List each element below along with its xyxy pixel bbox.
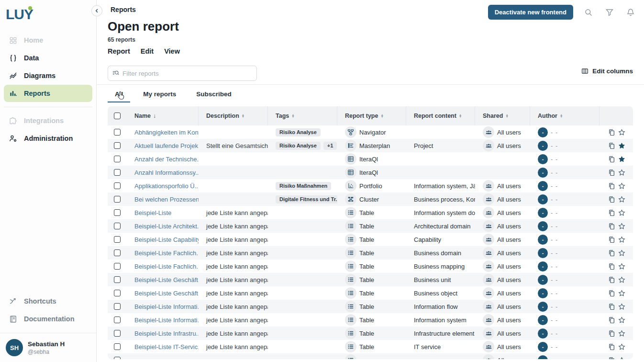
select-all-checkbox[interactable] [114,113,121,119]
search-icon[interactable] [583,7,594,18]
favorite-star-icon[interactable] [618,223,625,230]
sidebar-item-diagrams[interactable]: Diagrams [4,67,92,84]
row-checkbox[interactable] [114,236,121,243]
report-name-link[interactable]: Beispiel-Liste Fachlich... [134,249,199,257]
report-name-link[interactable]: Beispiel-Liste Geschäft... [134,276,199,283]
duplicate-report-icon[interactable] [608,357,615,360]
row-checkbox[interactable] [114,249,121,256]
favorite-star-icon[interactable] [618,343,625,351]
duplicate-report-icon[interactable] [608,156,615,163]
favorite-star-icon[interactable] [618,249,625,257]
report-name-link[interactable]: Beispiel-Liste Geschäft... [134,290,199,297]
duplicate-report-icon[interactable] [608,182,615,190]
favorite-star-icon[interactable] [618,236,625,243]
table-row[interactable]: Beispiel-Liste IT-Servic... jede Liste k… [108,340,633,353]
row-checkbox[interactable] [114,290,121,296]
column-header-report-type[interactable]: Report type ▲▼ [337,106,406,125]
table-row[interactable]: Anzahl Informationssy... IteraQl - - - [108,166,633,179]
row-checkbox[interactable] [114,182,121,189]
favorite-star-icon[interactable] [618,276,625,283]
duplicate-report-icon[interactable] [608,317,615,324]
sidebar-item-data[interactable]: Data [4,49,92,67]
report-name-link[interactable]: Bei welchen Prozessen... [134,196,199,203]
duplicate-report-icon[interactable] [608,129,615,136]
table-row[interactable]: Beispiel-Liste Informati... jede Liste k… [108,313,633,327]
favorite-star-icon[interactable] [618,330,625,337]
duplicate-report-icon[interactable] [608,263,615,270]
table-row[interactable]: Beispiel-Liste Geschäft... jede Liste ka… [108,273,633,286]
duplicate-report-icon[interactable] [608,236,615,243]
edit-columns-button[interactable]: Edit columns [581,68,633,75]
column-header-description[interactable]: Description ▲▼ [199,106,268,125]
table-row[interactable]: Beispiel-Liste Fachlich... jede Liste ka… [108,246,633,260]
report-name-link[interactable]: Beispiel-Liste Infrastru... [134,330,199,337]
favorite-star-icon[interactable] [618,317,625,324]
sidebar-item-shortcuts[interactable]: Shortcuts [4,293,92,310]
row-checkbox[interactable] [114,276,121,283]
table-row[interactable]: Beispiel-Liste Capability jede Liste kan… [108,233,633,246]
duplicate-report-icon[interactable] [608,249,615,257]
favorite-star-icon[interactable] [618,209,625,216]
duplicate-report-icon[interactable] [608,330,615,337]
favorite-star-icon[interactable] [618,129,625,136]
favorite-star-icon[interactable] [618,303,625,310]
row-checkbox[interactable] [114,263,121,270]
duplicate-report-icon[interactable] [608,169,615,176]
duplicate-report-icon[interactable] [608,343,615,351]
row-checkbox[interactable] [114,196,121,203]
filter-reports-input[interactable] [122,70,253,77]
sidebar-item-documentation[interactable]: Documentation [4,310,92,328]
deactivate-new-frontend-button[interactable]: Deactivate new frontend [488,5,573,20]
tab-my-reports[interactable]: My reports [136,88,183,102]
favorite-star-icon[interactable] [618,196,625,203]
tab-all[interactable]: All [108,88,130,102]
column-header-shared[interactable]: Shared ▲▼ [475,106,530,125]
column-header-author[interactable]: Author ▲▼ [530,106,600,125]
menu-report[interactable]: Report [108,47,130,55]
row-checkbox[interactable] [114,209,121,216]
favorite-star-icon[interactable] [618,169,625,176]
column-header-report-content[interactable]: Report content ▲▼ [406,106,475,125]
row-checkbox[interactable] [114,156,121,162]
report-name-link[interactable]: Applikationsporfolio Ü... [134,182,199,190]
row-checkbox[interactable] [114,129,121,136]
duplicate-report-icon[interactable] [608,142,615,149]
row-checkbox[interactable] [114,142,121,149]
table-row[interactable]: Abhängigkeiten im Kon... Risiko Analyse … [108,125,633,139]
report-name-link[interactable]: Beispiel-Liste Fachlich... [134,263,199,270]
column-header-name[interactable]: Name ↓ [127,106,199,125]
report-name-link[interactable]: Beispiel-Liste Informati... [134,303,199,310]
table-row[interactable]: Beispiel-Liste Informati... jede Liste k… [108,300,633,313]
duplicate-report-icon[interactable] [608,196,615,203]
table-row[interactable]: Beispiel-Liste jede Liste kann angepa...… [108,206,633,219]
table-row[interactable]: Beispiel-Liste Fachlich... jede Liste ka… [108,260,633,273]
menu-edit[interactable]: Edit [141,47,154,55]
sidebar-collapse-button[interactable] [91,5,102,16]
favorite-star-icon[interactable] [618,142,625,149]
report-name-link[interactable]: Aktuell laufende Projek... [134,142,199,149]
duplicate-report-icon[interactable] [608,276,615,283]
report-name-link[interactable]: Anzahl Informationssy... [134,169,199,176]
user-card[interactable]: SH Sebastian H @sebha [0,333,96,362]
favorite-star-icon[interactable] [618,156,625,163]
row-checkbox[interactable] [114,169,121,176]
report-name-link[interactable]: Beispiel-Liste Informati... [134,317,199,324]
row-checkbox[interactable] [114,357,121,359]
duplicate-report-icon[interactable] [608,209,615,216]
table-row[interactable]: Beispiel-Liste Architekt... jede Liste k… [108,219,633,233]
duplicate-report-icon[interactable] [608,303,615,310]
report-name-link[interactable]: Beispiel-Liste [134,209,171,216]
table-row[interactable]: Applikationsporfolio Ü... Risiko Maßnahm… [108,179,633,192]
luy-logo[interactable]: LUY [0,0,96,29]
sidebar-item-administration[interactable]: Administration [4,130,92,147]
favorite-star-icon[interactable] [618,290,625,297]
favorite-star-icon[interactable] [618,182,625,190]
favorite-star-icon[interactable] [618,263,625,270]
notifications-bell-icon[interactable] [625,7,636,18]
report-name-link[interactable]: Beispiel-Liste Capability [134,236,199,243]
table-row[interactable]: Beispiel-Liste Geschäft... jede Liste ka… [108,286,633,300]
favorite-star-icon[interactable] [618,357,625,360]
menu-view[interactable]: View [164,47,180,55]
report-name-link[interactable]: Beispiel-Liste IT-Servic... [134,343,199,351]
row-checkbox[interactable] [114,223,121,229]
